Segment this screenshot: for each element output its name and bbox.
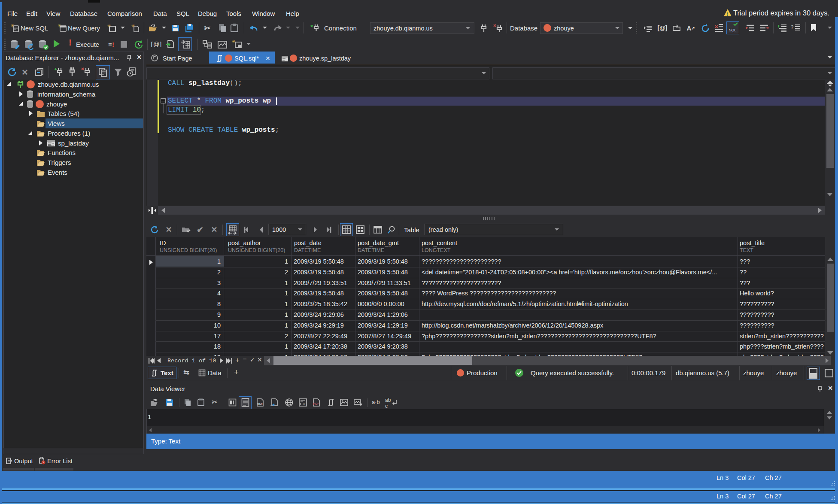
svg-text:?: ? xyxy=(791,24,793,30)
svg-text:SQL: SQL xyxy=(729,28,736,32)
svg-text:<>: <> xyxy=(270,404,274,407)
svg-text:PDF: PDF xyxy=(313,402,320,405)
svg-text:✳: ✳ xyxy=(131,23,135,28)
svg-text:A: A xyxy=(303,402,305,406)
svg-text:XML: XML xyxy=(257,403,264,406)
